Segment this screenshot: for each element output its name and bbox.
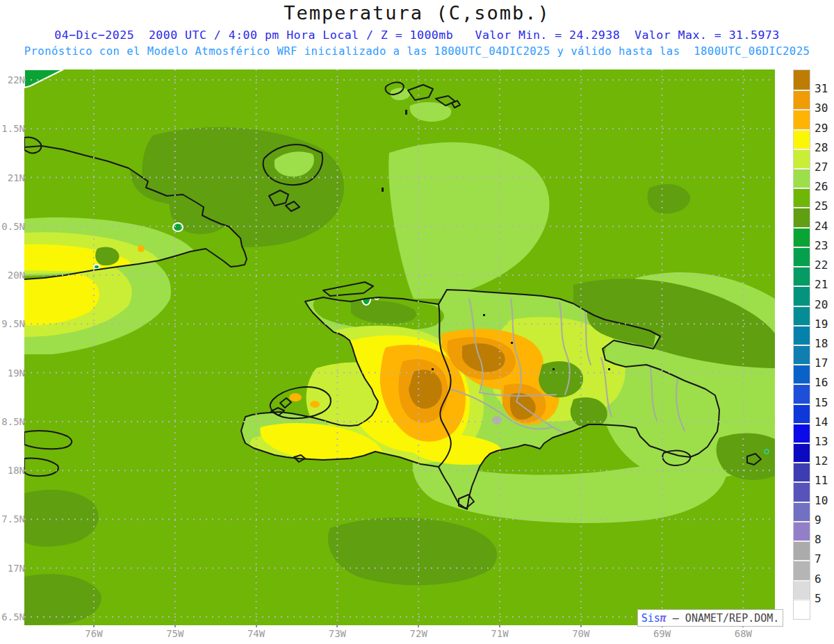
colorbar-segment	[794, 109, 810, 129]
colorbar	[793, 69, 810, 620]
colorbar-tick-label: 7	[815, 553, 834, 565]
colorbar-segment	[794, 580, 810, 600]
page-title: Temperatura (C,somb.)	[0, 2, 834, 24]
lat-tick-label: 19N	[1, 368, 25, 379]
colorbar-segment	[794, 423, 810, 443]
lon-tick-label: 68W	[727, 628, 759, 639]
colorbar-tick-label: 22	[815, 259, 834, 272]
colorbar-tick-label: 11	[815, 474, 834, 487]
lon-tick-label: 72W	[402, 628, 434, 639]
pi-symbol: π	[660, 612, 667, 625]
colorbar-segment	[794, 560, 810, 579]
lat-tick-label: 8.5N	[1, 416, 25, 427]
colorbar-segment	[794, 502, 810, 521]
colorbar-segment	[794, 600, 810, 619]
lat-tick-label: 9.5N	[1, 318, 25, 329]
colorbar-segment	[794, 521, 810, 540]
colorbar-tick-label: 21	[815, 279, 834, 291]
colorbar-tick-label: 18	[815, 338, 834, 350]
lon-tick-label: 74W	[240, 628, 272, 639]
colorbar-tick-label: 5	[815, 593, 834, 605]
colorbar-tick-label: 14	[815, 416, 834, 429]
lon-tick-mark	[499, 624, 500, 627]
colorbar-tick-label: 9	[815, 514, 834, 527]
map-canvas	[24, 69, 775, 625]
colorbar-segment	[794, 70, 810, 90]
lat-tick-label: 1.5N	[1, 123, 25, 134]
colorbar-tick-label: 30	[815, 102, 834, 115]
lon-tick-label: 73W	[321, 628, 353, 639]
colorbar-segment	[794, 168, 810, 188]
lon-tick-label: 75W	[159, 628, 191, 639]
colorbar-segment	[794, 462, 810, 481]
lon-tick-label: 71W	[484, 628, 516, 639]
lon-tick-mark	[580, 624, 582, 627]
colorbar-tick-label: 19	[815, 318, 834, 331]
colorbar-segment	[794, 345, 810, 364]
colorbar-tick-label: 29	[815, 122, 834, 135]
lat-tick-label: 0.5N	[1, 221, 25, 232]
colorbar-tick-label: 31	[815, 83, 834, 95]
lat-tick-label: 21N	[1, 172, 25, 183]
colorbar-segment	[794, 325, 810, 345]
lon-tick-label: 70W	[565, 628, 597, 639]
colorbar-segment	[794, 364, 810, 383]
subtitle-validtime: 04−Dic−2025 2000 UTC / 4:00 pm Hora Loca…	[0, 28, 834, 42]
subtitle-model: Pronóstico con el Modelo Atmosférico WRF…	[0, 45, 834, 58]
colorbar-tick-label: 26	[815, 181, 834, 193]
colorbar-tick-label: 24	[815, 220, 834, 233]
lon-tick-label: 69W	[646, 628, 678, 639]
colorbar-tick-label: 12	[815, 455, 834, 468]
lon-tick-mark	[174, 624, 176, 627]
lon-tick-mark	[418, 624, 419, 627]
lon-tick-mark	[336, 624, 338, 627]
colorbar-tick-label: 8	[815, 534, 834, 546]
colorbar-tick-label: 25	[815, 200, 834, 213]
colorbar-tick-label: 17	[815, 357, 834, 370]
lon-tick-mark	[93, 624, 95, 627]
colorbar-segment	[794, 286, 810, 305]
sispi-brand: Sis	[641, 612, 660, 625]
lat-tick-label: 7.5N	[1, 513, 25, 525]
lat-tick-label: 6.5N	[1, 611, 25, 622]
colorbar-segment	[794, 149, 810, 168]
colorbar-segment	[794, 481, 810, 501]
colorbar-segment	[794, 90, 810, 109]
colorbar-segment	[794, 404, 810, 423]
colorbar-segment	[794, 129, 810, 149]
colorbar-segment	[794, 188, 810, 207]
colorbar-tick-label: 16	[815, 377, 834, 389]
lat-tick-label: 20N	[1, 270, 25, 281]
colorbar-tick-label: 20	[815, 299, 834, 311]
colorbar-tick-label: 6	[815, 573, 834, 586]
colorbar-segment	[794, 540, 810, 560]
lat-tick-label: 17N	[1, 563, 25, 574]
lat-tick-label: 22N	[1, 74, 25, 85]
colorbar-tick-label: 10	[815, 495, 834, 507]
colorbar-segment	[794, 227, 810, 247]
colorbar-tick-label: 13	[815, 436, 834, 448]
colorbar-segment	[794, 443, 810, 462]
temperature-map	[24, 69, 775, 625]
colorbar-tick-label: 27	[815, 161, 834, 174]
colorbar-segment	[794, 383, 810, 403]
lat-tick-label: 18N	[1, 465, 25, 476]
colorbar-segment	[794, 247, 810, 266]
weather-chart-page: Temperatura (C,somb.) 04−Dic−2025 2000 U…	[0, 0, 834, 644]
colorbar-tick-label: 23	[815, 240, 834, 252]
colorbar-segment	[794, 266, 810, 286]
lon-tick-label: 76W	[78, 628, 110, 639]
attribution-text: – ONAMET/REP.DOM.	[667, 612, 780, 625]
colorbar-segment	[794, 207, 810, 226]
colorbar-tick-label: 15	[815, 397, 834, 409]
colorbar-tick-label: 28	[815, 142, 834, 154]
attribution-box: Sisπ – ONAMET/REP.DOM.	[637, 609, 783, 627]
lon-tick-mark	[256, 624, 257, 627]
colorbar-segment	[794, 306, 810, 325]
